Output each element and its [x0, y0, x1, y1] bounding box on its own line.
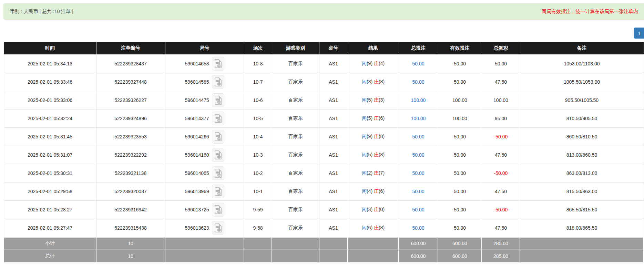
table-no-cell: AS1 — [319, 109, 348, 128]
page-button-1[interactable]: 1 — [634, 28, 644, 39]
total-bet-amount[interactable]: 50.00 — [412, 207, 424, 212]
payout-amount: -50.00 — [494, 207, 508, 212]
total-bet-amount[interactable]: 50.00 — [412, 225, 424, 231]
game-type-cell: 百家乐 — [272, 128, 319, 146]
empty-cell — [348, 250, 399, 263]
empty-cell — [348, 237, 399, 250]
result-cell: 闲(4) 庄(6) — [348, 182, 399, 201]
round-video-button[interactable] — [212, 221, 224, 235]
total-label-cell: 小计 — [4, 237, 96, 250]
valid-bet-cell: 100.00 — [438, 109, 482, 128]
total-bet-cell: 50.00 — [399, 146, 438, 164]
total-bet-amount[interactable]: 50.00 — [412, 152, 424, 158]
bet-id-cell: 522239321138 — [96, 164, 165, 182]
total-bet-amount[interactable]: 50.00 — [412, 134, 424, 139]
empty-cell — [319, 250, 348, 263]
remark-cell: 860.50/810.50 — [520, 128, 644, 146]
time-cell: 2025-02-01 05:27:47 — [4, 219, 96, 237]
bet-row: 2025-02-01 05:31:45522239323553596014266… — [4, 128, 644, 146]
column-header-9: 总派彩 — [482, 42, 520, 55]
result-banker-score: (0) — [379, 207, 385, 212]
result-banker-label: 庄 — [374, 115, 379, 121]
result-player-label: 闲 — [362, 207, 367, 212]
round-id-text: 596013725 — [185, 207, 209, 212]
round-id-text: 596014160 — [185, 152, 209, 158]
round-cell-2: 596014475 — [165, 91, 244, 109]
column-header-0: 时间 — [4, 42, 96, 55]
result-player-label: 闲 — [362, 134, 367, 139]
result-player-score: (2) — [367, 170, 374, 176]
result-player-label: 闲 — [362, 115, 367, 121]
result-cell: 闲(5) 庄(3) — [348, 91, 399, 109]
total-bet-amount[interactable]: 100.00 — [411, 97, 426, 103]
payout-amount: -50.00 — [494, 134, 508, 139]
round-video-button[interactable] — [212, 166, 224, 180]
total-bet-amount[interactable]: 50.00 — [412, 79, 424, 85]
bet-row: 2025-02-01 05:29:58522239320087596013969… — [4, 182, 644, 201]
round-video-button[interactable] — [212, 203, 224, 217]
round-video-button[interactable] — [212, 75, 224, 89]
total-bet-cell: 100.00 — [399, 91, 438, 109]
total-bet-amount[interactable]: 100.00 — [411, 116, 426, 121]
total-bet-amount[interactable]: 50.00 — [412, 170, 424, 176]
video-icon — [214, 95, 222, 105]
valid-bet-cell: 50.00 — [438, 182, 482, 201]
round-video-button[interactable] — [212, 93, 224, 107]
round-video-button[interactable] — [212, 185, 224, 198]
result-banker-score: (3) — [379, 97, 385, 103]
bet-id-cell: 522239328437 — [96, 55, 165, 73]
payout-amount: 47.50 — [495, 152, 507, 158]
round-id-group: 596014475 — [185, 93, 224, 107]
total-bet-cell: 50.00 — [399, 182, 438, 201]
payout-cell: 47.50 — [482, 146, 520, 164]
total-bet-cell: 50.00 — [399, 128, 438, 146]
round-video-button[interactable] — [212, 57, 224, 71]
game-type-cell: 百家乐 — [272, 109, 319, 128]
table-no-cell: AS1 — [319, 91, 348, 109]
round-video-button[interactable] — [212, 130, 224, 144]
empty-cell — [244, 250, 272, 263]
result-banker-label: 庄 — [374, 134, 379, 139]
round-video-button[interactable] — [212, 112, 224, 125]
result-banker-score: (8) — [379, 79, 385, 84]
video-icon — [214, 59, 222, 69]
bet-id-cell: 522239324896 — [96, 109, 165, 128]
round-id-group: 596014266 — [185, 130, 224, 144]
pagination: 1 — [634, 28, 644, 39]
game-type-cell: 百家乐 — [272, 201, 319, 219]
total-bet-amount[interactable]: 50.00 — [412, 61, 424, 66]
bet-row: 2025-02-01 05:30:31522239321138596014065… — [4, 164, 644, 182]
column-header-8: 有效投注 — [438, 42, 482, 55]
round-id-text: 596014266 — [185, 134, 209, 139]
empty-cell — [272, 250, 319, 263]
remark-cell: 815.50/863.00 — [520, 182, 644, 201]
column-header-3: 场次 — [244, 42, 272, 55]
round-id-group: 596013623 — [185, 221, 224, 235]
result-player-score: (3) — [367, 207, 374, 212]
bet-row: 2025-02-01 05:33:06522239326227596014475… — [4, 91, 644, 109]
total-bet-sum-cell: 600.00 — [399, 250, 438, 263]
bet-row: 2025-02-01 05:31:07522239322292596014160… — [4, 146, 644, 164]
session-cell: 10-4 — [244, 128, 272, 146]
result-player-score: (9) — [367, 61, 374, 66]
remark-cell: 1005.50/1053.00 — [520, 73, 644, 91]
video-icon — [214, 205, 222, 215]
session-cell: 10-1 — [244, 182, 272, 201]
round-id-group: 596014658 — [185, 57, 224, 71]
result-banker-score: (7) — [379, 170, 385, 176]
result-cell: 闲(2) 庄(7) — [348, 164, 399, 182]
total-bet-cell: 50.00 — [399, 201, 438, 219]
round-cell-8: 596013725 — [165, 201, 244, 219]
result-player-score: (5) — [367, 152, 374, 157]
column-header-7: 总投注 — [399, 42, 438, 55]
round-id-text: 596014377 — [185, 116, 209, 121]
round-video-button[interactable] — [212, 148, 224, 162]
total-bet-amount[interactable]: 50.00 — [412, 189, 424, 194]
valid-bet-cell: 50.00 — [438, 164, 482, 182]
bet-id-cell: 522239320087 — [96, 182, 165, 201]
video-icon — [214, 132, 222, 142]
round-cell-7: 596013969 — [165, 182, 244, 201]
bet-id-cell: 522239326227 — [96, 91, 165, 109]
session-cell: 10-8 — [244, 55, 272, 73]
time-cell: 2025-02-01 05:31:07 — [4, 146, 96, 164]
